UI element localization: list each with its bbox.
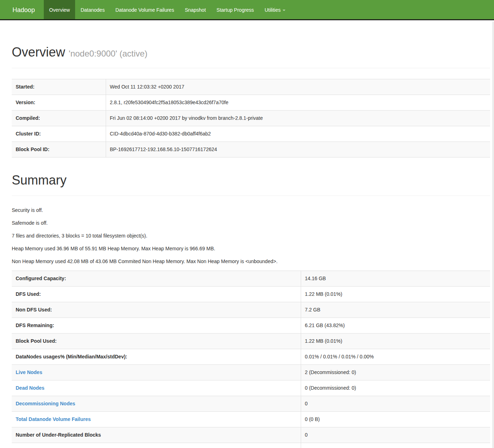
table-row: Block Pool ID: BP-1692617712-192.168.56.… (12, 142, 490, 157)
row-value-block-pool-id: BP-1692617712-192.168.56.10-150771617262… (106, 142, 490, 157)
table-row: Live Nodes 2 (Decommissioned: 0) (12, 365, 490, 380)
table-row: Configured Capacity: 14.16 GB (12, 271, 490, 287)
table-row: DFS Used: 1.22 MB (0.01%) (12, 287, 490, 302)
row-value-dead-nodes: 0 (Decommissioned: 0) (301, 380, 490, 396)
row-value-volume-failures: 0 (0 B) (301, 412, 490, 427)
nav-item-datanodes[interactable]: Datanodes (75, 0, 110, 19)
row-label-block-pool-id: Block Pool ID: (12, 142, 106, 157)
table-row: Started: Wed Oct 11 12:03:32 +0200 2017 (12, 79, 490, 95)
table-row: Decommissioning Nodes 0 (12, 396, 490, 412)
table-row: Block Pool Used: 1.22 MB (0.01%) (12, 334, 490, 349)
filesystem-objects-status: 7 files and directories, 3 blocks = 10 t… (12, 232, 490, 239)
decommissioning-nodes-link[interactable]: Decommissioning Nodes (16, 401, 75, 406)
table-row: Number of Blocks Pending Deletion 0 (12, 443, 490, 448)
row-label-under-replicated-blocks: Number of Under-Replicated Blocks (12, 427, 301, 443)
page-title-text: Overview (12, 45, 65, 59)
nav-item-utilities[interactable]: Utilities (259, 0, 290, 19)
total-datanode-volume-failures-link[interactable]: Total Datanode Volume Failures (16, 416, 91, 422)
row-value-cluster-id: CID-4dbcd40a-870d-4d30-b382-db0aff4f6ab2 (106, 126, 490, 142)
row-value-datanodes-usages: 0.01% / 0.01% / 0.01% / 0.00% (301, 349, 490, 365)
page-title-namenode-address: 'node0:9000' (active) (69, 49, 147, 58)
row-value-dfs-used: 1.22 MB (0.01%) (301, 287, 490, 302)
row-value-block-pool-used: 1.22 MB (0.01%) (301, 334, 490, 349)
summary-status-text: Security is off. Safemode is off. 7 file… (12, 207, 490, 265)
row-label-version: Version: (12, 95, 106, 110)
table-row: DataNodes usages% (Min/Median/Max/stdDev… (12, 349, 490, 365)
page-title: Overview 'node0:9000' (active) (12, 45, 490, 59)
table-row: DFS Remaining: 6.21 GB (43.82%) (12, 318, 490, 334)
brand-hadoop[interactable]: Hadoop (0, 0, 40, 19)
safemode-status: Safemode is off. (12, 219, 490, 226)
overview-table: Started: Wed Oct 11 12:03:32 +0200 2017 … (12, 79, 490, 158)
row-value-under-replicated-blocks: 0 (301, 427, 490, 443)
nav-item-snapshot[interactable]: Snapshot (179, 0, 211, 19)
row-label-blocks-pending-deletion: Number of Blocks Pending Deletion (12, 443, 301, 448)
row-label-compiled: Compiled: (12, 110, 106, 126)
table-row: Dead Nodes 0 (Decommissioned: 0) (12, 380, 490, 396)
row-label-cluster-id: Cluster ID: (12, 126, 106, 142)
row-value-non-dfs-used: 7.2 GB (301, 302, 490, 318)
chevron-down-icon (283, 10, 285, 11)
row-label-non-dfs-used: Non DFS Used: (12, 302, 301, 318)
row-value-configured-capacity: 14.16 GB (301, 271, 490, 287)
security-status: Security is off. (12, 207, 490, 214)
row-value-live-nodes: 2 (Decommissioned: 0) (301, 365, 490, 380)
row-label-configured-capacity: Configured Capacity: (12, 271, 301, 287)
table-row: Non DFS Used: 7.2 GB (12, 302, 490, 318)
table-row: Number of Under-Replicated Blocks 0 (12, 427, 490, 443)
nav-menu: Overview Datanodes Datanode Volume Failu… (44, 0, 290, 19)
dead-nodes-link[interactable]: Dead Nodes (16, 385, 44, 391)
row-label-started: Started: (12, 79, 106, 95)
row-value-decommissioning-nodes: 0 (301, 396, 490, 412)
summary-page-header: Summary (12, 173, 490, 196)
table-row: Total Datanode Volume Failures 0 (0 B) (12, 412, 490, 427)
heap-memory-status: Heap Memory used 36.96 MB of 55.91 MB He… (12, 245, 490, 252)
table-row: Compiled: Fri Jun 02 08:14:00 +0200 2017… (12, 110, 490, 126)
overview-page-header: Overview 'node0:9000' (active) (12, 45, 490, 68)
summary-table: Configured Capacity: 14.16 GB DFS Used: … (12, 271, 490, 448)
vertical-scrollbar[interactable] (492, 21, 494, 448)
non-heap-memory-status: Non Heap Memory used 42.08 MB of 43.06 M… (12, 258, 490, 265)
nav-item-utilities-label: Utilities (264, 7, 280, 13)
table-row: Cluster ID: CID-4dbcd40a-870d-4d30-b382-… (12, 126, 490, 142)
summary-title: Summary (12, 173, 490, 187)
row-value-version: 2.8.1, r20fe5304904fc2f5a18053c389e43cd2… (106, 95, 490, 110)
row-value-dfs-remaining: 6.21 GB (43.82%) (301, 318, 490, 334)
row-label-datanodes-usages: DataNodes usages% (Min/Median/Max/stdDev… (12, 349, 301, 365)
page-content: Overview 'node0:9000' (active) Started: … (0, 45, 494, 448)
live-nodes-link[interactable]: Live Nodes (16, 369, 42, 375)
nav-item-startup-progress[interactable]: Startup Progress (211, 0, 259, 19)
table-row: Version: 2.8.1, r20fe5304904fc2f5a18053c… (12, 95, 490, 110)
top-navbar: Hadoop Overview Datanodes Datanode Volum… (0, 0, 494, 20)
row-label-dfs-remaining: DFS Remaining: (12, 318, 301, 334)
nav-item-datanode-volume-failures[interactable]: Datanode Volume Failures (110, 0, 179, 19)
row-label-block-pool-used: Block Pool Used: (12, 334, 301, 349)
row-value-compiled: Fri Jun 02 08:14:00 +0200 2017 by vinodk… (106, 110, 490, 126)
nav-item-overview[interactable]: Overview (44, 0, 75, 19)
row-value-blocks-pending-deletion: 0 (301, 443, 490, 448)
row-label-dfs-used: DFS Used: (12, 287, 301, 302)
row-value-started: Wed Oct 11 12:03:32 +0200 2017 (106, 79, 490, 95)
